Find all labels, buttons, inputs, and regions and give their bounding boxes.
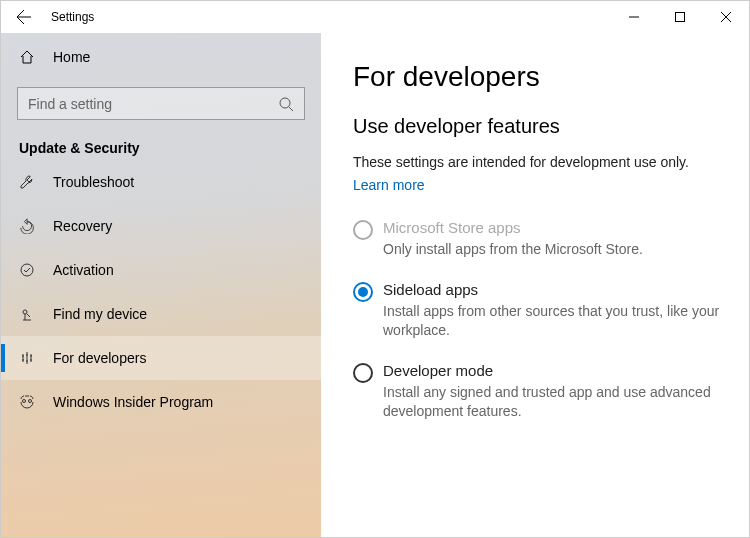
radio-button[interactable] [353, 363, 373, 383]
home-icon [19, 49, 35, 65]
sidebar-item-for-developers[interactable]: For developers [1, 336, 321, 380]
maximize-button[interactable] [657, 1, 703, 33]
radio-label: Microsoft Store apps [383, 219, 643, 236]
svg-point-3 [23, 310, 27, 314]
radio-option-developer-mode[interactable]: Developer mode Install any signed and tr… [353, 362, 727, 421]
radio-option-store-apps: Microsoft Store apps Only install apps f… [353, 219, 727, 259]
window-title: Settings [51, 10, 94, 24]
sidebar-item-label: For developers [53, 350, 146, 366]
search-box[interactable] [17, 87, 305, 120]
radio-sub: Install any signed and trusted app and u… [383, 383, 727, 421]
insider-icon [19, 394, 35, 410]
search-icon [278, 96, 294, 112]
svg-rect-0 [676, 13, 685, 22]
svg-point-5 [29, 400, 32, 403]
maximize-icon [675, 12, 685, 22]
sidebar-item-activation[interactable]: Activation [1, 248, 321, 292]
search-container [1, 77, 321, 134]
svg-point-1 [280, 98, 290, 108]
search-input[interactable] [28, 96, 278, 112]
svg-point-4 [23, 400, 26, 403]
minimize-icon [629, 12, 639, 22]
radio-sub: Install apps from other sources that you… [383, 302, 727, 340]
find-device-icon [19, 306, 35, 322]
sidebar: Home Update & Security Troubleshoot Reco… [1, 33, 321, 537]
sidebar-item-troubleshoot[interactable]: Troubleshoot [1, 160, 321, 204]
window-controls [611, 1, 749, 33]
page-description: These settings are intended for developm… [353, 154, 727, 170]
page-heading: For developers [353, 61, 727, 93]
main-content: For developers Use developer features Th… [321, 33, 749, 537]
sidebar-item-label: Activation [53, 262, 114, 278]
radio-sub: Only install apps from the Microsoft Sto… [383, 240, 643, 259]
sidebar-item-label: Windows Insider Program [53, 394, 213, 410]
sidebar-item-label: Troubleshoot [53, 174, 134, 190]
radio-button [353, 220, 373, 240]
radio-option-sideload[interactable]: Sideload apps Install apps from other so… [353, 281, 727, 340]
back-button[interactable] [1, 1, 47, 33]
sidebar-item-windows-insider[interactable]: Windows Insider Program [1, 380, 321, 424]
radio-label: Developer mode [383, 362, 727, 379]
minimize-button[interactable] [611, 1, 657, 33]
radio-selected-indicator [358, 287, 368, 297]
activation-icon [19, 262, 35, 278]
developers-icon [19, 350, 35, 366]
learn-more-link[interactable]: Learn more [353, 177, 425, 193]
sidebar-item-find-my-device[interactable]: Find my device [1, 292, 321, 336]
nav-home[interactable]: Home [1, 37, 321, 77]
page-subheading: Use developer features [353, 115, 727, 138]
svg-point-2 [21, 264, 33, 276]
home-label: Home [53, 49, 90, 65]
close-button[interactable] [703, 1, 749, 33]
close-icon [721, 12, 731, 22]
troubleshoot-icon [19, 174, 35, 190]
radio-button[interactable] [353, 282, 373, 302]
sidebar-item-recovery[interactable]: Recovery [1, 204, 321, 248]
sidebar-item-label: Find my device [53, 306, 147, 322]
titlebar: Settings [1, 1, 749, 33]
arrow-left-icon [16, 9, 32, 25]
recovery-icon [19, 218, 35, 234]
radio-label: Sideload apps [383, 281, 727, 298]
sidebar-item-label: Recovery [53, 218, 112, 234]
